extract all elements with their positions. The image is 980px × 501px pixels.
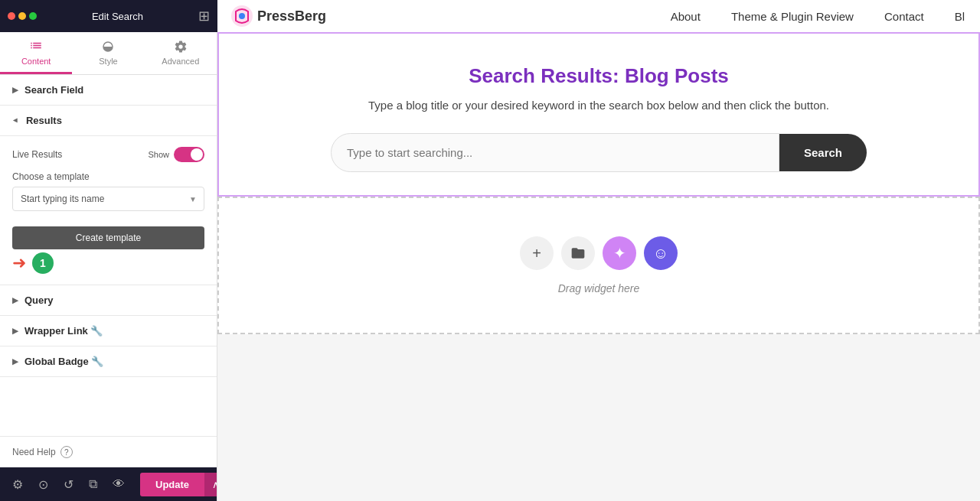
chevron-wrapper-link: ▶ — [12, 327, 18, 335]
nav-bl[interactable]: Bl — [955, 10, 965, 23]
traffic-light-green[interactable] — [29, 12, 37, 20]
sidebar-content: ▶ Search Field ▼ Results Live Results Sh… — [0, 75, 217, 436]
emoji-widget-button[interactable]: ☺ — [644, 236, 678, 270]
update-button[interactable]: Update — [140, 473, 204, 496]
logo-icon — [230, 4, 254, 28]
update-chevron-button[interactable]: ∧ — [204, 473, 217, 496]
tab-advanced-label: Advanced — [162, 57, 199, 66]
nav-theme[interactable]: Theme & Plugin Review — [731, 10, 854, 23]
eye-icon[interactable]: 👁 — [113, 477, 125, 491]
search-button[interactable]: Search — [779, 134, 867, 171]
chevron-results: ▼ — [11, 117, 20, 125]
chevron-search-field: ▶ — [12, 86, 18, 94]
badge-number: 1 — [32, 252, 54, 274]
live-results-row: Live Results Show — [12, 147, 204, 162]
arrow-badge-row: ➜ 1 — [12, 252, 204, 274]
tab-style[interactable]: Style — [72, 32, 144, 74]
drag-widget-text: Drag widget here — [558, 282, 640, 294]
settings-icon[interactable]: ⚙ — [12, 477, 23, 492]
section-wrapper-link-label: Wrapper Link 🔧 — [24, 325, 103, 337]
section-query[interactable]: ▶ Query — [0, 285, 217, 316]
tab-advanced[interactable]: Advanced — [145, 32, 217, 74]
template-select-wrap: Start typing its name ▼ — [12, 187, 204, 211]
live-results-toggle[interactable] — [174, 147, 204, 162]
content-area: Search Results: Blog Posts Type a blog t… — [217, 32, 980, 501]
toggle-wrap: Show — [148, 147, 204, 162]
content-icon — [29, 40, 43, 54]
help-icon[interactable]: ? — [60, 446, 73, 458]
search-results-title: Search Results: Blog Posts — [234, 64, 963, 88]
top-bar-left: Edit Search ⊞ — [0, 0, 217, 32]
template-select[interactable]: Start typing its name — [12, 187, 204, 211]
top-bar: Edit Search ⊞ PressBerg About Theme & Pl… — [0, 0, 980, 32]
toggle-show-label: Show — [148, 150, 169, 159]
traffic-light-red[interactable] — [8, 12, 15, 20]
nav-about[interactable]: About — [671, 10, 701, 23]
style-icon — [101, 40, 115, 54]
drag-widget-area: + ✦ ☺ Drag widget here — [217, 197, 980, 334]
choose-template-label: Choose a template — [12, 171, 204, 182]
sidebar-footer: Need Help ? — [0, 436, 217, 467]
search-box-row: Search — [331, 133, 867, 172]
section-search-field-label: Search Field — [24, 84, 83, 96]
create-template-button[interactable]: Create template — [12, 226, 204, 249]
tab-content[interactable]: Content — [0, 32, 72, 74]
create-template-section: Create template ➜ 1 — [12, 220, 204, 274]
add-widget-button[interactable]: + — [520, 236, 554, 270]
arrow-right-icon: ➜ — [12, 253, 26, 273]
update-btn-wrap: Update ∧ — [140, 473, 217, 496]
section-global-badge[interactable]: ▶ Global Badge 🔧 — [0, 346, 217, 377]
section-results-label: Results — [26, 115, 62, 126]
history-icon[interactable]: ↺ — [64, 477, 74, 492]
section-results[interactable]: ▼ Results — [0, 106, 217, 136]
sidebar: Content Style Advanced ▶ Search Field ▼ … — [0, 32, 217, 501]
grid-icon[interactable]: ⊞ — [198, 8, 210, 24]
widget-actions: + ✦ ☺ — [520, 236, 678, 270]
layers-icon[interactable]: ⊙ — [38, 477, 48, 492]
sidebar-tabs: Content Style Advanced — [0, 32, 217, 75]
nav-contact[interactable]: Contact — [884, 10, 924, 23]
results-body: Live Results Show Choose a template Star… — [0, 136, 217, 285]
editor-title: Edit Search — [44, 11, 191, 22]
choose-template-field: Choose a template Start typing its name … — [12, 171, 204, 211]
advanced-icon — [174, 40, 188, 54]
search-subtitle: Type a blog title or your desired keywor… — [234, 99, 963, 112]
search-input[interactable] — [331, 133, 779, 172]
chevron-global-badge: ▶ — [12, 357, 18, 366]
tab-content-label: Content — [21, 57, 51, 66]
traffic-light-yellow[interactable] — [18, 12, 26, 20]
logo-text: PressBerg — [257, 8, 326, 24]
section-global-badge-label: Global Badge 🔧 — [24, 356, 103, 367]
top-bar-right: PressBerg About Theme & Plugin Review Co… — [217, 0, 980, 32]
tab-style-label: Style — [99, 57, 117, 66]
folder-widget-button[interactable] — [561, 236, 595, 270]
section-query-label: Query — [24, 294, 54, 306]
section-search-field[interactable]: ▶ Search Field — [0, 75, 217, 106]
svg-point-1 — [239, 13, 245, 19]
nav-links: About Theme & Plugin Review Contact Bl — [671, 10, 965, 23]
main-layout: Content Style Advanced ▶ Search Field ▼ … — [0, 32, 980, 501]
folder-icon — [570, 246, 586, 261]
bottom-toolbar: ⚙ ⊙ ↺ ⧉ 👁 Update ∧ — [0, 467, 217, 501]
live-results-label: Live Results — [12, 149, 62, 160]
site-logo: PressBerg — [217, 4, 326, 28]
duplicate-icon[interactable]: ⧉ — [89, 477, 97, 491]
traffic-lights — [8, 12, 37, 20]
sparkle-widget-button[interactable]: ✦ — [603, 236, 636, 270]
toggle-knob — [191, 148, 203, 161]
chevron-query: ▶ — [12, 296, 18, 304]
section-wrapper-link[interactable]: ▶ Wrapper Link 🔧 — [0, 316, 217, 346]
search-section: Search Results: Blog Posts Type a blog t… — [217, 32, 980, 197]
need-help-label: Need Help — [12, 447, 56, 457]
